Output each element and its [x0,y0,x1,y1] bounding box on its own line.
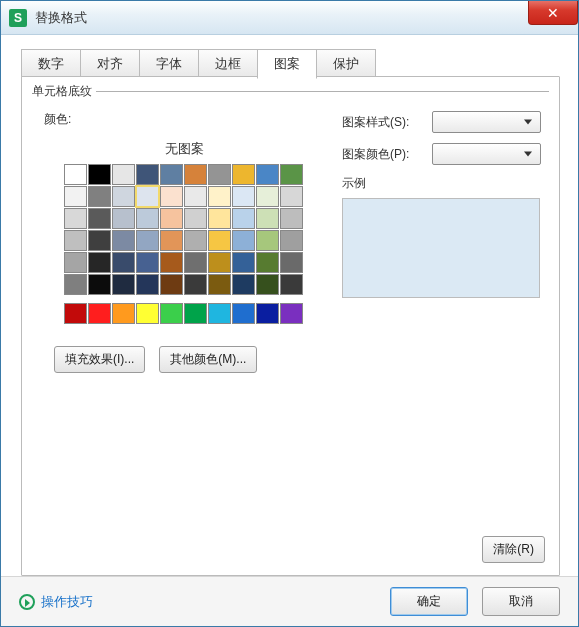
standard-color-swatch[interactable] [184,303,207,324]
standard-color-swatch[interactable] [88,303,111,324]
color-swatch[interactable] [88,186,111,207]
color-swatch[interactable] [64,230,87,251]
color-swatch[interactable] [184,252,207,273]
color-swatch[interactable] [256,164,279,185]
color-swatch[interactable] [88,230,111,251]
color-swatch[interactable] [256,274,279,295]
color-swatch[interactable] [136,186,159,207]
tab-align[interactable]: 对齐 [80,49,140,79]
color-swatch[interactable] [232,252,255,273]
color-swatch[interactable] [232,274,255,295]
color-swatch[interactable] [280,274,303,295]
shading-groupbox: 单元格底纹 [32,83,549,100]
color-swatch[interactable] [184,274,207,295]
color-swatch[interactable] [184,208,207,229]
tab-pattern[interactable]: 图案 [257,49,317,79]
color-swatch[interactable] [136,230,159,251]
color-swatch[interactable] [112,230,135,251]
color-swatch[interactable] [64,164,87,185]
color-swatch[interactable] [88,208,111,229]
color-swatch[interactable] [112,186,135,207]
tab-panel: 单元格底纹 颜色: 无图案 填充效果(I)... 其他颜色(M)... [21,76,560,576]
pattern-color-row: 图案颜色(P): [342,143,541,165]
standard-color-swatch[interactable] [256,303,279,324]
window-title: 替换格式 [35,9,87,27]
color-swatch[interactable] [88,252,111,273]
color-swatch[interactable] [184,186,207,207]
color-swatch[interactable] [256,230,279,251]
standard-color-swatch[interactable] [280,303,303,324]
tip-play-icon [19,594,35,610]
color-swatch[interactable] [64,274,87,295]
standard-color-swatch[interactable] [136,303,159,324]
tab-font[interactable]: 字体 [139,49,199,79]
color-swatch[interactable] [232,230,255,251]
pattern-color-combo[interactable] [432,143,541,165]
color-swatch[interactable] [208,164,231,185]
color-swatch[interactable] [208,230,231,251]
color-swatch[interactable] [232,208,255,229]
client-area: 数字 对齐 字体 边框 图案 保护 单元格底纹 颜色: 无图案 填充效果(I).… [1,35,578,626]
color-swatch[interactable] [160,208,183,229]
color-swatch[interactable] [208,252,231,273]
color-swatch[interactable] [280,164,303,185]
cancel-button[interactable]: 取消 [482,587,560,616]
color-swatch[interactable] [136,274,159,295]
color-palette [64,164,304,295]
color-swatch[interactable] [88,274,111,295]
clear-row: 清除(R) [482,536,545,563]
pattern-color-label: 图案颜色(P): [342,146,432,163]
pattern-style-combo[interactable] [432,111,541,133]
color-swatch[interactable] [280,186,303,207]
color-swatch[interactable] [256,208,279,229]
standard-color-swatch[interactable] [232,303,255,324]
color-swatch[interactable] [64,252,87,273]
tab-number[interactable]: 数字 [21,49,81,79]
color-swatch[interactable] [136,164,159,185]
color-swatch[interactable] [280,208,303,229]
color-swatch[interactable] [208,208,231,229]
color-swatch[interactable] [160,186,183,207]
color-swatch[interactable] [208,274,231,295]
app-icon: S [9,9,27,27]
color-swatch[interactable] [160,230,183,251]
close-icon: ✕ [547,5,559,21]
ok-button[interactable]: 确定 [390,587,468,616]
color-swatch[interactable] [184,164,207,185]
color-swatch[interactable] [232,164,255,185]
color-swatch[interactable] [112,274,135,295]
more-colors-button[interactable]: 其他颜色(M)... [159,346,257,373]
tab-strip: 数字 对齐 字体 边框 图案 保护 [1,35,578,79]
color-swatch[interactable] [184,230,207,251]
standard-color-swatch[interactable] [112,303,135,324]
color-swatch[interactable] [88,164,111,185]
standard-color-swatch[interactable] [208,303,231,324]
example-label: 示例 [342,175,541,192]
color-swatch[interactable] [112,164,135,185]
color-swatch[interactable] [112,252,135,273]
fill-effect-button[interactable]: 填充效果(I)... [54,346,145,373]
color-swatch[interactable] [208,186,231,207]
color-swatch[interactable] [160,274,183,295]
color-swatch[interactable] [280,252,303,273]
color-swatch[interactable] [64,186,87,207]
color-swatch[interactable] [232,186,255,207]
clear-button[interactable]: 清除(R) [482,536,545,563]
color-swatch[interactable] [160,164,183,185]
color-swatch[interactable] [280,230,303,251]
color-swatch[interactable] [256,186,279,207]
tips-link[interactable]: 操作技巧 [41,593,93,611]
standard-color-swatch[interactable] [160,303,183,324]
tab-protect[interactable]: 保护 [316,49,376,79]
right-column: 图案样式(S): 图案颜色(P): 示例 [342,111,541,298]
color-swatch[interactable] [136,252,159,273]
color-swatch[interactable] [64,208,87,229]
close-button[interactable]: ✕ [528,1,578,25]
pattern-style-row: 图案样式(S): [342,111,541,133]
standard-color-swatch[interactable] [64,303,87,324]
color-swatch[interactable] [112,208,135,229]
tab-border[interactable]: 边框 [198,49,258,79]
color-swatch[interactable] [256,252,279,273]
color-swatch[interactable] [160,252,183,273]
color-swatch[interactable] [136,208,159,229]
